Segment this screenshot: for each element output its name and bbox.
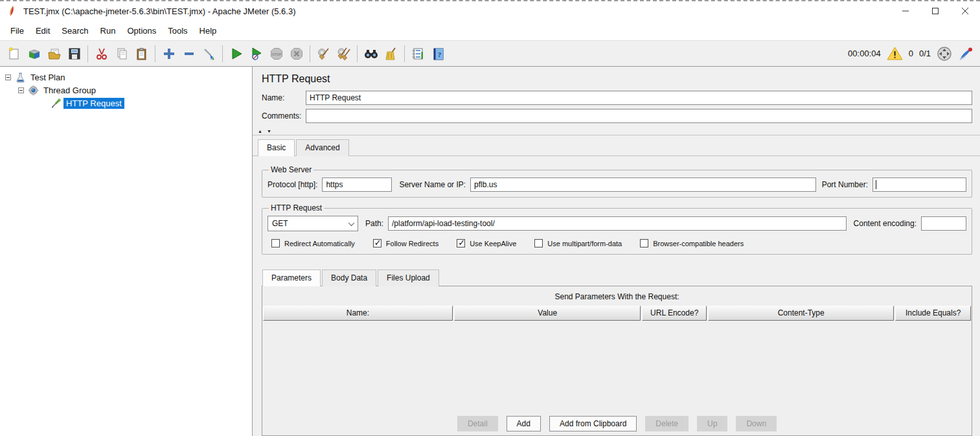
path-label: Path:	[365, 219, 383, 228]
copy-icon	[115, 47, 129, 61]
tree-item-thread-group[interactable]: Thread Group	[0, 84, 252, 97]
checkbox-browser-compatible-headers[interactable]: Browser-compatible headers	[640, 239, 744, 247]
stop-icon: STOP	[269, 47, 284, 61]
checkbox-icon	[640, 239, 648, 247]
server-name-label: Server Name or IP:	[399, 180, 466, 189]
start-button[interactable]	[226, 43, 246, 63]
new-file-icon	[7, 47, 21, 61]
open-file-icon	[47, 47, 62, 61]
add-from-clipboard-button[interactable]: Add from Clipboard	[549, 416, 637, 431]
splitter-up-icon[interactable]: ▲	[258, 129, 262, 133]
remote-status-icon[interactable]	[937, 46, 952, 62]
tree-label-thread-group[interactable]: Thread Group	[41, 85, 98, 96]
stop-button[interactable]: STOP	[266, 43, 286, 63]
toolbar-separator	[357, 45, 358, 62]
clear-button[interactable]	[313, 43, 334, 63]
column-header-content-type[interactable]: Content-Type	[708, 306, 894, 321]
tab-body-data[interactable]: Body Data	[322, 270, 376, 286]
search-icon	[363, 47, 379, 61]
http-request-group: HTTP Request GET Path: Content encoding:	[262, 203, 972, 255]
column-header-include-equals[interactable]: Include Equals?	[895, 306, 971, 321]
tab-parameters[interactable]: Parameters	[262, 270, 321, 286]
content-encoding-input[interactable]	[921, 216, 966, 231]
save-button[interactable]	[64, 43, 84, 63]
name-input[interactable]	[306, 91, 972, 105]
tree-item-http-request[interactable]: HTTP Request	[0, 97, 252, 109]
cut-button[interactable]	[91, 43, 111, 63]
close-button[interactable]	[950, 1, 980, 21]
column-header-value[interactable]: Value	[454, 306, 641, 321]
minimize-icon	[902, 7, 909, 15]
config-tabbar: Basic Advanced	[253, 135, 980, 155]
copy-button[interactable]	[111, 43, 131, 63]
search-reset-icon	[384, 47, 398, 61]
minimize-button[interactable]	[891, 1, 920, 21]
collapse-toggle-icon[interactable]	[5, 75, 11, 80]
search-button[interactable]	[361, 43, 381, 63]
splitter-down-icon[interactable]: ▼	[267, 129, 271, 133]
toolbar-separator	[155, 45, 155, 62]
paste-button[interactable]	[131, 43, 152, 63]
tab-files-upload[interactable]: Files Upload	[378, 270, 439, 286]
parameters-panel: Send Parameters With the Request: Name: …	[262, 286, 972, 436]
http-request-legend: HTTP Request	[269, 203, 324, 212]
clear-all-button[interactable]	[334, 43, 354, 63]
column-header-url-encode[interactable]: URL Encode?	[642, 306, 706, 321]
path-input[interactable]	[388, 216, 847, 231]
maximize-button[interactable]	[920, 1, 950, 21]
panel-splitter[interactable]: ▲ ▼	[253, 127, 980, 135]
toolbar-status: 00:00:04 0 0/1	[848, 46, 976, 62]
menu-file[interactable]: File	[5, 23, 30, 38]
dropper-button[interactable]	[199, 43, 219, 63]
new-file-button[interactable]	[4, 43, 24, 63]
warning-icon[interactable]	[887, 46, 903, 61]
collapse-toggle-icon[interactable]	[18, 87, 24, 93]
payload-tabbar: Parameters Body Data Files Upload	[262, 269, 972, 286]
checkbox-use-keepalive[interactable]: Use KeepAlive	[457, 239, 516, 247]
thread-group-icon	[28, 85, 39, 96]
tree-label-http-request[interactable]: HTTP Request	[63, 98, 124, 109]
method-select[interactable]: GET	[268, 216, 358, 231]
function-helper-icon	[411, 47, 426, 61]
tree-item-test-plan[interactable]: Test Plan	[0, 71, 252, 84]
checkbox-redirect-automatically[interactable]: Redirect Automatically	[271, 239, 355, 247]
templates-button[interactable]	[24, 43, 44, 63]
menu-options[interactable]: Options	[122, 23, 163, 38]
comments-input[interactable]	[306, 109, 972, 123]
start-no-timers-button[interactable]	[246, 43, 266, 63]
server-name-input[interactable]	[470, 178, 816, 192]
remove-element-button[interactable]	[179, 43, 199, 63]
open-file-button[interactable]	[44, 43, 64, 63]
checkbox-multipart-form-data[interactable]: Use multipart/form-data	[534, 239, 622, 247]
method-value: GET	[268, 219, 345, 228]
add-element-button[interactable]	[159, 43, 179, 63]
parameters-table-body[interactable]	[262, 321, 972, 415]
tab-advanced[interactable]: Advanced	[296, 139, 348, 156]
request-options: Redirect Automatically Follow Redirects …	[271, 239, 966, 247]
menu-edit[interactable]: Edit	[30, 23, 56, 38]
dropper-icon	[202, 47, 216, 61]
menu-tools[interactable]: Tools	[163, 23, 194, 38]
shutdown-button[interactable]	[286, 43, 306, 63]
checkbox-follow-redirects[interactable]: Follow Redirects	[373, 239, 439, 247]
checkbox-label: Use KeepAlive	[470, 240, 516, 247]
menu-search[interactable]: Search	[56, 23, 95, 38]
port-label: Port Number:	[822, 180, 868, 189]
column-header-name[interactable]: Name:	[263, 306, 453, 321]
tree-label-test-plan[interactable]: Test Plan	[28, 72, 67, 83]
clear-icon	[317, 47, 331, 61]
checkbox-label: Browser-compatible headers	[653, 240, 744, 247]
protocol-input[interactable]	[322, 178, 392, 192]
function-helper-button[interactable]	[408, 43, 428, 63]
add-button[interactable]: Add	[507, 416, 541, 431]
menu-help[interactable]: Help	[194, 23, 223, 38]
search-reset-button[interactable]	[381, 43, 401, 63]
port-input[interactable]	[872, 178, 966, 192]
menu-run[interactable]: Run	[95, 23, 122, 38]
save-icon	[67, 47, 82, 61]
text-caret	[876, 180, 876, 189]
checkbox-label: Redirect Automatically	[284, 240, 355, 247]
help-button[interactable]: ?	[428, 43, 448, 63]
tab-basic[interactable]: Basic	[258, 139, 295, 156]
window-title: TEST.jmx (C:\apache-jmeter-5.6.3\bin\TES…	[23, 6, 295, 16]
